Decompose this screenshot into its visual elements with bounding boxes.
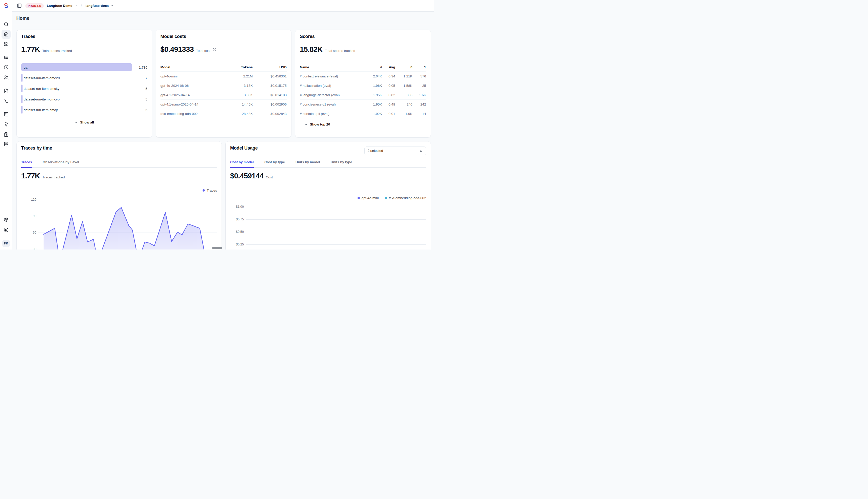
model-usage-metric-value: $0.459144 <box>230 172 264 180</box>
traces-list: qa1,736dataset-run-item-cmc297dataset-ru… <box>21 63 147 114</box>
table-cell: 0.01 <box>382 112 395 115</box>
trace-list-item[interactable]: dataset-run-item-cmcky5 <box>21 85 147 92</box>
sidebar-item-settings[interactable] <box>1 215 11 224</box>
table-cell: 242 <box>413 102 426 106</box>
trace-count: 5 <box>145 108 147 112</box>
table-cell: gpt-4.1-nano-2025-04-14 <box>160 102 226 106</box>
traces-by-time-title: Traces by time <box>21 146 52 151</box>
sidebar-item-prompts[interactable] <box>1 87 11 96</box>
table-cell: $0.015175 <box>253 84 287 87</box>
table-cell: # contextrelevance (eval) <box>300 74 367 78</box>
trace-list-item[interactable]: qa1,736 <box>21 63 147 71</box>
traces-card: Traces 1.77K Total traces tracked qa1,73… <box>16 29 152 138</box>
sidebar-item-tracing[interactable] <box>1 53 11 62</box>
users-icon <box>4 75 9 80</box>
user-avatar[interactable]: FK <box>2 240 10 247</box>
org-switcher[interactable]: Langfuse Demo <box>46 3 78 9</box>
traces-by-time-tabs: TracesObservations by Level <box>21 160 217 168</box>
sidebar-item-users[interactable] <box>1 73 11 82</box>
column-header: Name <box>300 65 367 69</box>
horizontal-scrollbar-thumb[interactable] <box>212 247 222 249</box>
trace-count: 5 <box>145 87 147 90</box>
tab-traces[interactable]: Traces <box>21 160 32 168</box>
table-row[interactable]: gpt-4o-mini2.21M$0.456301 <box>160 71 287 81</box>
sidebar-item-support[interactable] <box>1 225 11 234</box>
project-switcher[interactable]: langfuse-docs <box>85 3 114 9</box>
table-row[interactable]: text-embedding-ada-00228.43K$0.002843 <box>160 109 287 118</box>
support-icon <box>4 228 9 232</box>
sidebar-item-playground[interactable] <box>1 96 11 106</box>
org-name: Langfuse Demo <box>47 4 72 8</box>
table-cell: 1.95K <box>367 93 382 97</box>
column-header: USD <box>253 65 287 69</box>
settings-icon <box>4 217 9 222</box>
table-row[interactable]: gpt-4o-2024-08-063.13K$0.015175 <box>160 81 287 90</box>
axis-tick-label: $0.75 <box>229 218 244 221</box>
sidebar-item-dashboards[interactable] <box>1 39 11 49</box>
tab-cost-by-model[interactable]: Cost by model <box>230 160 254 168</box>
sidebar-item-datasets[interactable] <box>1 130 11 139</box>
gridline <box>246 207 426 207</box>
sessions-icon <box>4 65 9 70</box>
sidebar-item-search[interactable] <box>1 20 11 29</box>
trace-list-item[interactable]: dataset-run-item-cmc297 <box>21 74 147 82</box>
table-row[interactable]: # language-detector (eval)1.95K0.823551.… <box>300 90 426 99</box>
tab-cost-by-type[interactable]: Cost by type <box>264 160 285 168</box>
tab-observations-by-level[interactable]: Observations by Level <box>43 160 79 168</box>
traces-series-svg <box>38 197 217 250</box>
page-title: Home <box>16 15 29 21</box>
gridline <box>246 244 426 245</box>
column-header: 0 <box>395 65 413 69</box>
table-row[interactable]: gpt-4.1-2025-04-143.38K$0.014108 <box>160 90 287 99</box>
show-all-button[interactable]: Show all <box>73 120 95 124</box>
sidebar-item-sessions[interactable] <box>1 63 11 72</box>
table-row[interactable]: # conciseness-v1 (eval)1.95K0.48240242 <box>300 99 426 109</box>
trace-list-item[interactable]: dataset-run-item-cmcjf5 <box>21 106 147 114</box>
sidebar-toggle-button[interactable] <box>16 2 23 9</box>
table-cell: 14 <box>413 112 426 115</box>
trace-count: 5 <box>145 97 147 101</box>
table-cell: 240 <box>395 102 413 106</box>
table-cell: 25 <box>413 84 426 87</box>
table-cell: 3.38K <box>226 93 253 97</box>
axis-tick-label: $1.00 <box>229 205 244 208</box>
model-costs-card-title: Model costs <box>160 34 287 39</box>
traces-by-time-metric-row: 1.77K Traces tracked <box>21 172 65 180</box>
traces-by-time-metric-label: Traces tracked <box>42 175 65 179</box>
model-costs-metric-value: $0.491333 <box>160 45 194 54</box>
table-row[interactable]: # hallucination (eval)1.96K0.051.58K25 <box>300 81 426 90</box>
model-filter-select[interactable]: 2 selected <box>364 146 426 155</box>
legend-item[interactable]: Traces <box>203 188 217 192</box>
traces-metric-value: 1.77K <box>21 45 40 54</box>
scores-table: Name#Avg01# contextrelevance (eval)2.04K… <box>300 63 426 118</box>
tab-units-by-type[interactable]: Units by type <box>331 160 352 168</box>
trace-name: qa <box>24 65 27 69</box>
model-usage-metric-row: $0.459144 Cost <box>230 172 273 180</box>
sidebar-item-insights[interactable] <box>1 120 11 129</box>
trace-list-item[interactable]: dataset-run-item-cmcvp5 <box>21 95 147 103</box>
scores-card: Scores 15.82K Total scores tracked Name#… <box>295 29 431 138</box>
trace-name: dataset-run-item-cmcvp <box>24 97 60 101</box>
legend-label: Traces <box>206 188 217 192</box>
sidebar-item-evaluators[interactable] <box>1 110 11 119</box>
trace-count: 7 <box>145 76 147 80</box>
info-icon[interactable] <box>213 48 216 51</box>
table-cell: 1.96K <box>367 84 382 87</box>
show-all-label: Show all <box>80 120 94 124</box>
tab-units-by-model[interactable]: Units by model <box>296 160 320 168</box>
axis-tick-label: 60 <box>21 231 36 234</box>
home-icon <box>4 32 9 37</box>
main-area: PROD-EU Langfuse Demo langfuse-docs Home… <box>12 0 434 250</box>
show-top-20-button[interactable]: Show top 20 <box>303 122 332 126</box>
sidebar-item-home[interactable] <box>1 30 11 39</box>
column-header: 1 <box>413 65 426 69</box>
dashboards-icon <box>4 41 9 46</box>
table-cell: # hallucination (eval) <box>300 84 367 87</box>
langfuse-logo-icon[interactable] <box>3 2 9 9</box>
sidebar: FK <box>0 0 12 250</box>
table-row[interactable]: # contextrelevance (eval)2.04K0.341.21K5… <box>300 71 426 81</box>
table-row[interactable]: gpt-4.1-nano-2025-04-1414.45K$0.002906 <box>160 99 287 109</box>
table-row[interactable]: # contains-pii (eval)1.92K0.011.9K14 <box>300 109 426 118</box>
traces-area-chart: 120906030 <box>17 197 222 250</box>
sidebar-item-data[interactable] <box>1 140 11 149</box>
